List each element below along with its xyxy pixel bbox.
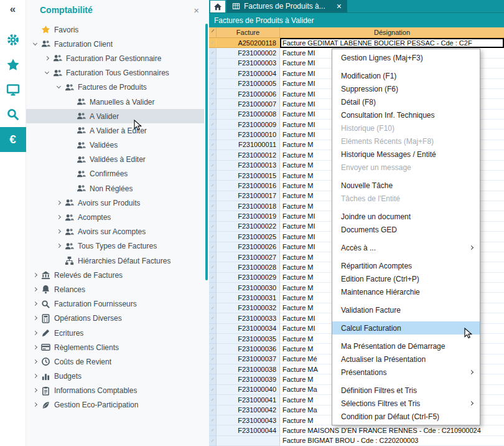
sidebar-item-ecritures[interactable]: Ecritures — [26, 326, 204, 340]
tree-expand-icon[interactable] — [43, 54, 52, 63]
menu-item-maintenance-hierarchie[interactable]: Maintenance Hiérarchie — [332, 285, 480, 298]
sidebar-close-icon[interactable]: × — [191, 5, 202, 16]
menu-item-consultation-inf-techniques[interactable]: Consultation Inf. Techniques — [332, 108, 480, 121]
facture-cell[interactable]: F231000044 — [217, 425, 280, 435]
row-selector-cell[interactable] — [209, 293, 217, 303]
tree-expand-icon[interactable] — [31, 329, 40, 338]
tree-expand-icon[interactable] — [31, 314, 40, 323]
tree-expand-icon[interactable] — [55, 199, 63, 207]
menu-item-definition-filtres-et-tris[interactable]: Définition Filtres et Tris — [332, 384, 480, 397]
row-selector-cell[interactable] — [209, 211, 217, 221]
row-selector-cell[interactable] — [209, 436, 217, 446]
sidebar-item-factures-de-produits[interactable]: Factures de Produits — [26, 80, 204, 95]
facture-cell[interactable]: F231000018 — [217, 201, 280, 211]
sidebar-item-facturation-fournisseurs[interactable]: Facturation Fournisseurs — [26, 297, 204, 311]
row-selector-cell[interactable] — [209, 406, 217, 415]
menu-item-gestion-lignes-maj-f3[interactable]: Gestion Lignes (Maj+F3) — [332, 51, 480, 64]
sidebar-scrollbar[interactable] — [205, 24, 208, 280]
sidebar-item-validees-a-editer[interactable]: Validées à Editer — [26, 153, 204, 167]
facture-cell[interactable]: F231000032 — [217, 303, 280, 313]
facture-cell[interactable]: F231000026 — [217, 242, 280, 252]
table-row[interactable]: F231000044Facture MAISONS D'EN FRANCE RE… — [209, 425, 504, 435]
row-selector-cell[interactable] — [209, 89, 217, 99]
facture-cell[interactable] — [217, 436, 280, 446]
row-selector-cell[interactable] — [209, 395, 217, 405]
row-selector-cell[interactable] — [209, 364, 217, 374]
sidebar-item-facturation-par-gestionnaire[interactable]: Facturation Par Gestionnaire — [26, 51, 204, 65]
menu-item-actualiser-la-presentation[interactable]: Actualiser la Présentation — [332, 353, 480, 366]
sidebar-item-avoirs-sur-acomptes[interactable]: Avoirs sur Acomptes — [26, 225, 204, 239]
menu-item-modification-f1[interactable]: Modification (F1) — [332, 69, 480, 82]
facture-cell[interactable]: F231000010 — [217, 130, 280, 140]
menu-item-joindre-un-document[interactable]: Joindre un document — [332, 210, 480, 223]
row-selector-cell[interactable] — [209, 273, 217, 283]
search-button[interactable] — [0, 102, 26, 127]
menu-item-documents-ged[interactable]: Documents GED — [332, 223, 480, 236]
menu-item-presentations[interactable]: Présentations — [332, 366, 480, 379]
menu-item-repartition-acomptes[interactable]: Répartition Acomptes — [332, 259, 480, 272]
menu-item-validation-facture[interactable]: Validation Facture — [332, 303, 480, 316]
tree-expand-icon[interactable] — [31, 285, 40, 294]
facture-cell[interactable]: F231000036 — [217, 344, 280, 354]
sidebar-item-releves-de-factures[interactable]: Relevés de Factures — [26, 268, 204, 282]
tree-collapse-icon[interactable] — [55, 83, 63, 92]
menu-item-suppression-f6[interactable]: Suppression (F6) — [332, 82, 480, 95]
row-selector-cell[interactable] — [209, 374, 217, 384]
facture-cell[interactable]: F231000004 — [217, 69, 280, 78]
sidebar-item-informations-comptables[interactable]: Informations Comptables — [26, 384, 204, 398]
sidebar-item-confirmees[interactable]: Confirmées — [26, 167, 204, 181]
facture-cell[interactable]: F231000006 — [217, 89, 280, 99]
facture-cell[interactable]: F231000043 — [217, 415, 280, 425]
row-selector-cell[interactable] — [209, 140, 217, 150]
tree-expand-icon[interactable] — [31, 358, 40, 366]
tab-close-icon[interactable]: × — [337, 2, 342, 11]
settings-button[interactable] — [0, 27, 26, 52]
facture-cell[interactable]: F231000039 — [217, 374, 280, 384]
row-selector-cell[interactable] — [209, 303, 217, 313]
sidebar-item-facturation-tous-gestionnaires[interactable]: Facturation Tous Gestionnaires — [26, 66, 204, 80]
facture-cell[interactable]: F231000030 — [217, 283, 280, 293]
column-header-facture[interactable]: Facture — [217, 27, 280, 37]
row-selector-cell[interactable] — [209, 385, 217, 395]
row-selector-cell[interactable] — [209, 171, 217, 181]
row-selector-cell[interactable] — [209, 354, 217, 364]
tree-expand-icon[interactable] — [31, 271, 40, 280]
facture-cell[interactable]: F231000037 — [217, 354, 280, 364]
row-selector-cell[interactable] — [209, 344, 217, 354]
sidebar-item-facturation-client[interactable]: Facturation Client — [26, 37, 204, 51]
facture-cell[interactable]: F231000019 — [217, 211, 280, 221]
tree-expand-icon[interactable] — [31, 343, 40, 352]
row-selector-cell[interactable] — [209, 232, 217, 242]
tree-expand-icon[interactable] — [31, 372, 40, 381]
facture-cell[interactable]: F231000027 — [217, 252, 280, 262]
menu-item-ma-presentation-de-demarrage[interactable]: Ma Présentation de Démarrage — [332, 339, 480, 353]
sidebar-item-gestion-eco-participation[interactable]: Gestion Eco-Participation — [26, 398, 204, 412]
designation-cell[interactable]: Facture MAISONS D'EN FRANCE RENNES - Cde… — [280, 425, 504, 435]
tree-collapse-icon[interactable] — [31, 40, 40, 49]
sidebar-item-avoirs-sur-produits[interactable]: Avoirs sur Produits — [26, 196, 204, 210]
tree-expand-icon[interactable] — [31, 401, 40, 409]
row-selector-cell[interactable] — [209, 161, 217, 171]
sidebar-item-a-valider-a-editer[interactable]: A Valider à Editer — [26, 123, 204, 138]
row-selector-cell[interactable] — [209, 425, 217, 435]
row-selector-cell[interactable] — [209, 191, 217, 201]
row-selector-cell[interactable] — [209, 130, 217, 140]
menu-item-calcul-facturation[interactable]: Calcul Facturation — [332, 321, 480, 334]
facture-cell[interactable]: F231000028 — [217, 262, 280, 272]
designation-cell[interactable]: Facture GEDIMAT LABENNE BOUCIER PESSAC -… — [280, 38, 504, 48]
favorites-button[interactable] — [0, 52, 26, 77]
row-selector-cell[interactable] — [209, 415, 217, 425]
facture-cell[interactable]: F231000012 — [217, 150, 280, 160]
row-selector-cell[interactable] — [209, 222, 217, 232]
menu-item-acces-a[interactable]: Accès à ... — [332, 241, 480, 254]
designation-cell[interactable]: Facture BIGMAT BROU - Cde : C220200003 — [280, 436, 504, 446]
table-row[interactable]: Facture BIGMAT BROU - Cde : C220200003 — [209, 436, 504, 446]
sidebar-item-a-valider[interactable]: A Valider — [26, 109, 204, 123]
facture-cell[interactable]: A250200118 — [217, 38, 280, 48]
column-header-designation[interactable]: Désignation — [280, 27, 504, 37]
facture-cell[interactable]: F231000038 — [217, 364, 280, 374]
row-selector-header-cell[interactable] — [209, 27, 217, 37]
facture-cell[interactable]: F231000002 — [217, 48, 280, 58]
row-selector-cell[interactable] — [209, 79, 217, 89]
table-row[interactable]: A250200118Facture GEDIMAT LABENNE BOUCIE… — [209, 38, 504, 48]
